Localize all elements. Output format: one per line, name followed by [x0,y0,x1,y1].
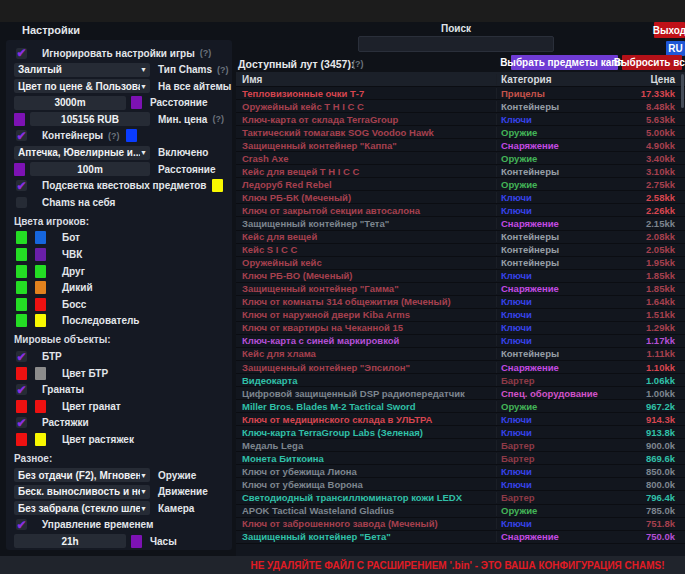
loot-table-row[interactable]: Кейс для вещей Контейнеры 2.08kk [236,231,685,244]
loot-table-row[interactable]: Miller Bros. Blades M-2 Tactical Sword О… [236,400,685,413]
color-swatch[interactable] [131,535,142,548]
color-swatch[interactable] [16,231,27,244]
select-kappa-items-button[interactable]: Выбрать предметы каппа [511,55,618,70]
chevron-down-icon: ▼ [140,488,147,495]
value-input[interactable]: 105156 RUB [30,112,150,126]
value-input[interactable]: 3000m [14,96,126,110]
color-swatch[interactable] [35,367,46,380]
color-swatch[interactable] [16,281,27,294]
loot-table-row[interactable]: Тепловизионные очки Т-7 Прицелы 17.33kk [236,87,685,100]
loot-table-row[interactable]: Защищенный контейнер "Эпсилон" Снаряжени… [236,361,685,374]
loot-table-row[interactable] [236,544,685,556]
column-header-category[interactable]: Категория [496,74,619,85]
color-swatch[interactable] [16,248,27,261]
help-icon[interactable]: (?) [217,65,229,75]
loot-table-row[interactable]: Оружейный кейс T H I C C Контейнеры 8.48… [236,100,685,113]
loot-table-row[interactable]: Crash Axe Оружие 3.40kk [236,152,685,165]
loot-table-row[interactable]: Кейс для вещей T H I C C Контейнеры 3.10… [236,165,685,178]
help-icon[interactable]: (?) [212,114,224,124]
loot-help-icon[interactable]: (?) [352,59,364,69]
color-swatch[interactable] [16,400,27,413]
search-input[interactable] [358,36,554,52]
column-header-name[interactable]: Имя [236,74,496,85]
loot-table-row[interactable]: Защищенный контейнер "Бета" Снаряжение 7… [236,531,685,544]
language-button[interactable]: RU [666,41,685,56]
color-swatch[interactable] [126,129,137,142]
checkbox[interactable] [16,384,27,395]
color-swatch[interactable] [35,400,46,413]
loot-table-row[interactable]: Защищенный контейнер "Тета" Снаряжение 2… [236,217,685,230]
dropdown-select[interactable]: Залитый▼ [14,63,150,77]
loot-table-row[interactable]: Ключ-карта от склада TerraGroup Ключи 5.… [236,113,685,126]
loot-table-row[interactable]: Цифровой защищенный DSP радиопередатчик … [236,387,685,400]
loot-table-row[interactable]: Ключ-карта с синей маркировкой Ключи 1.1… [236,335,685,348]
setting-label: Управление временем [42,519,153,530]
loot-table-row[interactable]: Медаль Lega Бартер 900.0k [236,439,685,452]
item-name: Ключ от наружной двери Kiba Arms [236,309,496,320]
color-swatch[interactable] [35,281,46,294]
loot-table-row[interactable]: Ключ от квартиры на Чеканной 15 Ключи 1.… [236,322,685,335]
color-swatch[interactable] [35,433,46,446]
table-scrollbar[interactable] [681,74,684,108]
exit-button[interactable]: Выход [654,22,685,38]
color-swatch[interactable] [35,231,46,244]
checkbox[interactable] [16,180,27,191]
item-price: 1.51kk [619,309,685,320]
loot-table-row[interactable]: APOK Tactical Wasteland Gladius Оружие 7… [236,505,685,518]
color-swatch[interactable] [16,433,27,446]
checkbox[interactable] [16,197,27,208]
loot-table-row[interactable]: Ключ от закрытой секции автосалона Ключи… [236,204,685,217]
loot-table-row[interactable]: Оружейный кейс Контейнеры 1.95kk [236,257,685,270]
loot-table-row[interactable]: Видеокарта Бартер 1.06kk [236,374,685,387]
checkbox[interactable] [16,48,27,59]
color-swatch[interactable] [16,298,27,311]
loot-table-row[interactable]: Защищенный контейнер "Каппа" Снаряжение … [236,139,685,152]
column-header-price[interactable]: Цена [619,74,685,85]
item-price: 1.17kk [619,335,685,346]
loot-table-row[interactable]: Ключ от убежища Ворона Ключи 800.0k [236,478,685,491]
loot-table-row[interactable]: Защищенный контейнер "Гамма" Снаряжение … [236,283,685,296]
discard-all-button[interactable]: Выбросить все [622,55,682,70]
item-category: Снаряжение [496,531,619,542]
dropdown-select[interactable]: Беск. выносливость и нет уста▼ [14,485,150,499]
checkbox[interactable] [16,417,27,428]
loot-table-row[interactable]: Кейс S I C C Контейнеры 2.05kk [236,244,685,257]
loot-table-row[interactable]: Ключ от заброшенного завода (Меченый) Кл… [236,518,685,531]
color-swatch[interactable] [14,163,25,176]
color-swatch[interactable] [16,314,27,327]
loot-table-row[interactable]: Кейс для хлама Контейнеры 1.11kk [236,348,685,361]
color-swatch[interactable] [16,265,27,278]
loot-table-row[interactable]: Ключ от комнаты 314 общежития (Меченый) … [236,296,685,309]
loot-table-row[interactable]: Ключ от наружной двери Kiba Arms Ключи 1… [236,309,685,322]
loot-table-row[interactable]: Ключ-карта TerraGroup Labs (Зеленая) Клю… [236,426,685,439]
value-input[interactable]: 100m [30,162,150,176]
help-icon[interactable]: (?) [200,48,212,58]
checkbox[interactable] [16,351,27,362]
loot-table-row[interactable]: Светодиодный трансиллюминатор кожи LEDX … [236,491,685,504]
dropdown-select[interactable]: Цвет по цене & Пользователь▼ [14,79,150,93]
loot-table-row[interactable]: Ледоруб Red Rebel Оружие 2.75kk [236,178,685,191]
loot-table-row[interactable]: Монета Биткоина Бартер 869.6k [236,452,685,465]
item-name: Ключ-карта от склада TerraGroup [236,114,496,125]
value-input[interactable]: 21h [14,534,126,548]
color-swatch[interactable] [35,265,46,278]
help-icon[interactable]: (?) [108,131,120,141]
dropdown-select[interactable]: Без забрала (стекло шлема)▼ [14,501,150,515]
loot-table-row[interactable]: Ключ от медицинского склада в УЛЬТРА Клю… [236,413,685,426]
loot-table-row[interactable]: Ключ РБ-БК (Меченый) Ключи 2.58kk [236,191,685,204]
settings-title: Настройки [22,24,80,36]
color-swatch[interactable] [16,367,27,380]
color-swatch[interactable] [35,314,46,327]
loot-table-row[interactable]: Тактический томагавк SOG Voodoo Hawk Ору… [236,126,685,139]
dropdown-select[interactable]: Без отдачи (F2), Мгновенное п▼ [14,468,150,482]
color-swatch[interactable] [35,298,46,311]
loot-table-row[interactable]: Ключ РБ-ВО (Меченый) Ключи 1.85kk [236,270,685,283]
checkbox[interactable] [16,130,27,141]
color-swatch[interactable] [14,113,25,126]
dropdown-select[interactable]: Аптечка, Ювелирные и...▼ [14,146,150,160]
color-swatch[interactable] [212,179,223,192]
loot-table-row[interactable]: Ключ от убежища Лиона Ключи 850.0k [236,465,685,478]
checkbox[interactable] [16,519,27,530]
color-swatch[interactable] [35,248,46,261]
color-swatch[interactable] [131,96,142,109]
